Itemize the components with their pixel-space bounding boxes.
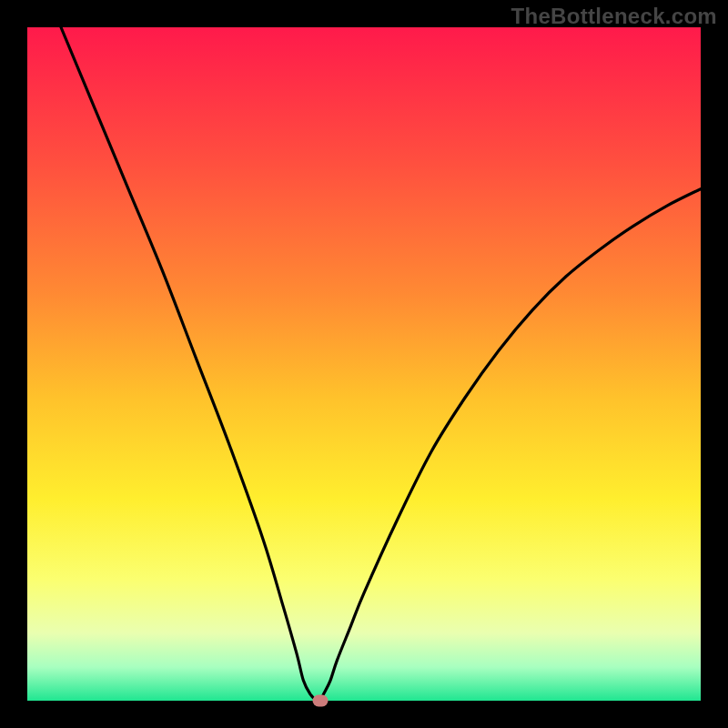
bottleneck-curve [61, 27, 701, 701]
curve-layer [27, 27, 701, 701]
watermark-text: TheBottleneck.com [511, 4, 717, 29]
minimum-marker [312, 695, 328, 707]
plot-area [27, 27, 701, 701]
chart-frame: TheBottleneck.com [0, 0, 728, 728]
